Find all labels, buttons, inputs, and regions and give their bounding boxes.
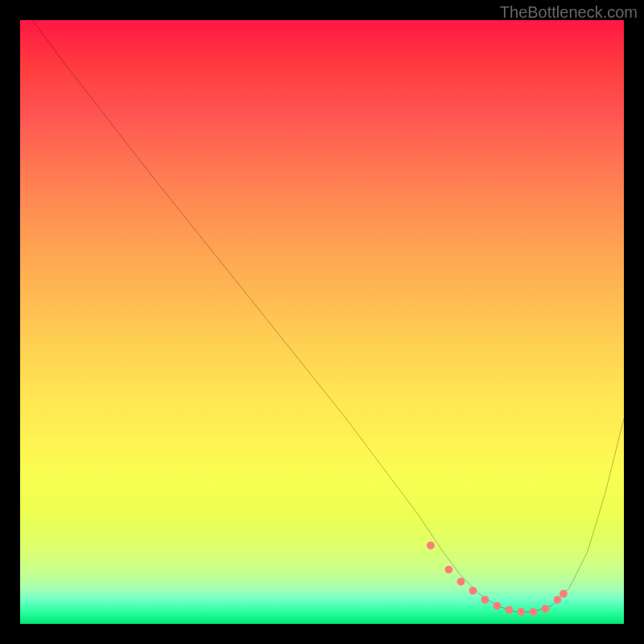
marker-dot <box>427 542 435 550</box>
optimal-region-dots <box>427 542 568 616</box>
bottleneck-curve-svg <box>20 20 624 624</box>
marker-dot <box>506 606 514 614</box>
marker-dot <box>445 566 453 574</box>
marker-dot <box>469 587 477 595</box>
watermark-text: TheBottleneck.com <box>500 3 638 22</box>
marker-dot <box>559 590 568 598</box>
chart-plot-area <box>20 20 624 624</box>
bottleneck-curve-line <box>32 20 624 612</box>
marker-dot <box>518 608 526 616</box>
marker-dot <box>554 596 562 604</box>
marker-dot <box>457 578 465 586</box>
marker-dot <box>481 596 489 604</box>
marker-dot <box>493 602 502 610</box>
marker-dot <box>530 608 538 616</box>
marker-dot <box>542 605 550 613</box>
